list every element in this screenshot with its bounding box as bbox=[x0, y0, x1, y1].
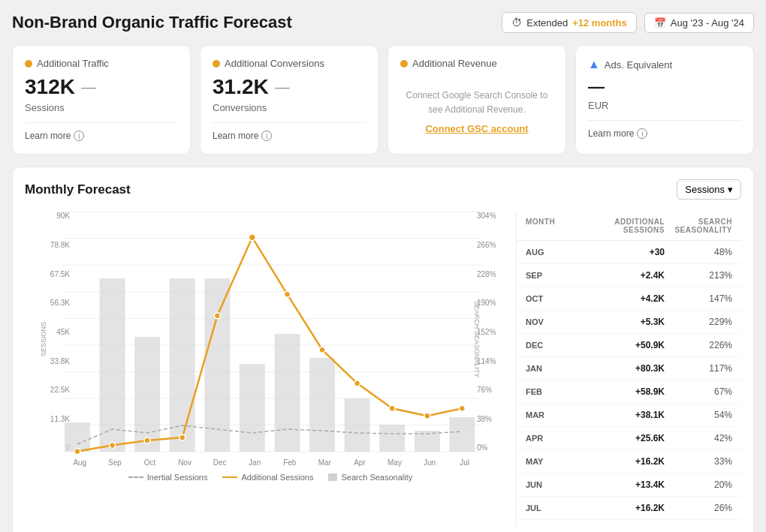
conversions-unit: Conversions bbox=[213, 102, 366, 113]
legend-seasonality: Search Seasonality bbox=[328, 473, 412, 482]
header: Non-Brand Organic Traffic Forecast ⏱ Ext… bbox=[12, 12, 754, 33]
table-row: JUN +13.4K 20% bbox=[517, 473, 741, 497]
sessions-dropdown-label: Sessions bbox=[685, 184, 725, 195]
svg-rect-19 bbox=[379, 425, 405, 452]
conversions-dash: — bbox=[275, 79, 290, 96]
traffic-learn-label: Learn more bbox=[25, 131, 71, 141]
svg-rect-12 bbox=[134, 337, 160, 452]
revenue-label: Additional Revenue bbox=[412, 58, 497, 69]
table-row: JUL +16.2K 26% bbox=[517, 497, 741, 520]
svg-point-29 bbox=[319, 347, 325, 353]
additional-line-icon bbox=[222, 476, 237, 478]
chart-legend: Inertial Sessions Additional Sessions Se… bbox=[25, 473, 516, 482]
forecast-header: Monthly Forecast Sessions ▾ bbox=[25, 179, 741, 200]
th-month: MONTH bbox=[526, 218, 571, 234]
td-month: JAN bbox=[526, 363, 571, 374]
svg-rect-14 bbox=[204, 278, 230, 452]
date-range-label: Aug '23 - Aug '24 bbox=[671, 17, 744, 29]
x-may: May bbox=[377, 458, 412, 467]
td-sessions: +4.2K bbox=[571, 293, 665, 304]
forecast-table: MONTH ADDITIONALSESSIONS SEARCHSEASONALI… bbox=[516, 212, 741, 527]
svg-point-30 bbox=[354, 380, 360, 386]
conversions-learn-label: Learn more bbox=[213, 131, 258, 141]
td-seasonality: 33% bbox=[665, 456, 732, 467]
page-title: Non-Brand Organic Traffic Forecast bbox=[12, 13, 292, 32]
x-nov: Nov bbox=[167, 458, 203, 467]
td-month: FEB bbox=[526, 386, 571, 397]
x-jan: Jan bbox=[237, 458, 273, 467]
svg-point-23 bbox=[110, 443, 116, 449]
kpi-card-conversions: Additional Conversions 31.2K — Conversio… bbox=[200, 45, 378, 155]
td-seasonality: 67% bbox=[665, 386, 732, 397]
ads-learn-label: Learn more bbox=[588, 128, 634, 139]
td-month: JUN bbox=[526, 479, 571, 490]
svg-point-24 bbox=[144, 437, 150, 443]
td-seasonality: 147% bbox=[665, 293, 732, 304]
ads-learn-more[interactable]: Learn more i bbox=[588, 120, 741, 139]
table-row: NOV +5.3K 229% bbox=[517, 311, 741, 334]
td-month: AUG bbox=[526, 247, 571, 257]
x-jul: Jul bbox=[447, 458, 482, 467]
td-sessions: +30 bbox=[571, 247, 665, 257]
svg-rect-11 bbox=[100, 278, 125, 452]
table-row: FEB +58.9K 67% bbox=[517, 380, 741, 404]
kpi-card-ads: ▲ Ads. Equivalent — EUR Learn more i bbox=[575, 45, 754, 155]
td-seasonality: 26% bbox=[665, 503, 732, 513]
svg-point-26 bbox=[214, 313, 220, 319]
legend-additional: Additional Sessions bbox=[222, 473, 313, 482]
traffic-value: 312K bbox=[25, 75, 75, 99]
svg-point-28 bbox=[284, 292, 290, 298]
th-sessions: ADDITIONALSESSIONS bbox=[571, 218, 665, 234]
table-row: SEP +2.4K 213% bbox=[517, 264, 741, 287]
td-sessions: +5.3K bbox=[571, 317, 665, 327]
sessions-dropdown[interactable]: Sessions ▾ bbox=[677, 179, 741, 200]
kpi-card-revenue: Additional Revenue Connect Google Search… bbox=[388, 45, 566, 155]
revenue-connect-link[interactable]: Connect GSC account bbox=[425, 123, 528, 134]
legend-inertial-label: Inertial Sessions bbox=[147, 473, 208, 482]
x-apr: Apr bbox=[342, 458, 378, 467]
svg-point-32 bbox=[424, 413, 430, 419]
svg-point-25 bbox=[179, 434, 185, 440]
td-sessions: +16.2K bbox=[571, 503, 665, 513]
extended-label: Extended bbox=[526, 17, 568, 29]
x-axis: Aug Sep Oct Nov Dec Jan Feb Mar Apr May … bbox=[62, 458, 482, 467]
x-oct: Oct bbox=[132, 458, 167, 467]
traffic-learn-more[interactable]: Learn more i bbox=[25, 122, 178, 141]
td-sessions: +38.1K bbox=[571, 410, 665, 420]
extended-months: +12 months bbox=[572, 17, 627, 29]
table-row: OCT +4.2K 147% bbox=[517, 287, 741, 311]
svg-point-22 bbox=[74, 449, 80, 455]
td-month: SEP bbox=[526, 270, 571, 281]
revenue-dot bbox=[400, 60, 408, 68]
td-month: NOV bbox=[526, 317, 571, 327]
x-feb: Feb bbox=[272, 458, 307, 467]
kpi-card-traffic: Additional Traffic 312K — Sessions Learn… bbox=[12, 45, 191, 155]
td-sessions: +80.3K bbox=[571, 363, 665, 374]
page: Non-Brand Organic Traffic Forecast ⏱ Ext… bbox=[0, 0, 766, 532]
table-row: MAR +38.1K 54% bbox=[517, 404, 741, 427]
traffic-dot bbox=[25, 60, 32, 68]
legend-additional-label: Additional Sessions bbox=[241, 473, 313, 482]
extended-button[interactable]: ⏱ Extended +12 months bbox=[502, 12, 637, 33]
table-header: MONTH ADDITIONALSESSIONS SEARCHSEASONALI… bbox=[517, 212, 741, 241]
chart-plot bbox=[62, 212, 482, 452]
header-controls: ⏱ Extended +12 months 📅 Aug '23 - Aug '2… bbox=[502, 12, 754, 33]
svg-point-31 bbox=[389, 406, 395, 412]
seasonality-bar-icon bbox=[328, 473, 337, 481]
conversions-learn-more[interactable]: Learn more i bbox=[213, 122, 366, 141]
calendar-icon: 📅 bbox=[654, 17, 666, 29]
conversions-dot bbox=[213, 60, 220, 68]
inertial-line-icon bbox=[128, 476, 143, 478]
legend-inertial: Inertial Sessions bbox=[128, 473, 208, 482]
x-dec: Dec bbox=[202, 458, 237, 467]
ads-value: — bbox=[588, 77, 605, 97]
table-row: AUG +30 48% bbox=[517, 241, 741, 264]
x-aug: Aug bbox=[62, 458, 98, 467]
extended-icon: ⏱ bbox=[511, 17, 522, 29]
td-sessions: +25.6K bbox=[571, 433, 665, 443]
chart-area: SESSIONS SEARCH SEASONALITY 90K 78.8K 67… bbox=[25, 212, 516, 527]
td-month: JUL bbox=[526, 503, 571, 513]
td-sessions: +58.9K bbox=[571, 386, 665, 397]
date-range-button[interactable]: 📅 Aug '23 - Aug '24 bbox=[644, 13, 754, 33]
svg-rect-10 bbox=[65, 422, 90, 452]
